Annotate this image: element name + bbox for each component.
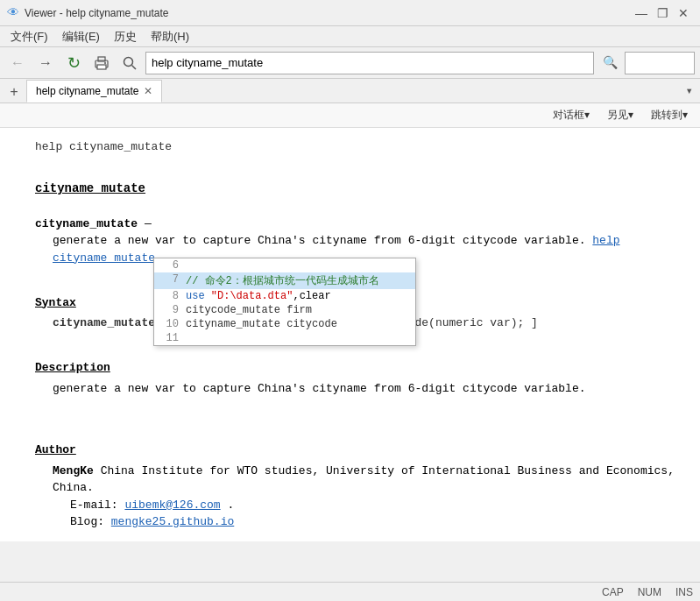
search-input[interactable]: [152, 56, 588, 69]
svg-rect-2: [97, 65, 106, 69]
menu-history[interactable]: 历史: [107, 27, 144, 46]
tab-arrow-button[interactable]: ▾: [682, 83, 696, 98]
line-num-11: 11: [158, 332, 179, 344]
popup-line-6: 6: [154, 258, 415, 272]
title-bar-left: 👁 Viewer - help cityname_mutate: [7, 6, 169, 20]
line-num-8: 8: [158, 290, 179, 302]
menu-file[interactable]: 文件(F): [4, 27, 55, 46]
desc-body: generate a new var to capture China's ci…: [53, 380, 682, 398]
forward-button[interactable]: →: [33, 51, 58, 75]
author-title: Author: [35, 442, 682, 459]
popup-line-11: 11: [154, 331, 415, 345]
help-command-line: help cityname_mutate: [35, 138, 682, 156]
add-tab-button[interactable]: +: [4, 83, 25, 103]
content-area: 对话框▾ 另见▾ 跳转到▾ help cityname_mutate cityn…: [0, 103, 700, 601]
popup-use-keyword: use: [186, 290, 211, 302]
status-cap: CAP: [602, 586, 624, 598]
svg-line-5: [132, 65, 137, 69]
tab-close-button[interactable]: ✕: [144, 85, 152, 97]
tab-bar: + help cityname_mutate ✕ ▾: [0, 79, 700, 103]
menu-edit[interactable]: 编辑(E): [55, 27, 107, 46]
dialog-button[interactable]: 对话框▾: [548, 106, 595, 124]
syntax-command: cityname_mutate: [53, 316, 155, 329]
svg-point-3: [104, 62, 106, 64]
description-section: Description generate a new var to captur…: [35, 359, 682, 397]
content-toolbar: 对话框▾ 另见▾ 跳转到▾: [0, 103, 700, 128]
popup-code-10: cityname_mutate citycode: [186, 318, 337, 330]
line-num-9: 9: [158, 304, 179, 316]
email-dot: .: [227, 498, 234, 512]
email-line: E-mail: uibemk@126.com .: [70, 497, 682, 514]
author-name: MengKe: [53, 464, 94, 477]
jump-button[interactable]: 跳转到▾: [646, 106, 693, 124]
close-button[interactable]: ✕: [674, 4, 693, 22]
search-icon-button[interactable]: [117, 51, 142, 75]
search-bar: [145, 52, 594, 74]
author-section: Author MengKe China Institute for WTO st…: [35, 442, 682, 531]
author-line: MengKe China Institute for WTO studies, …: [53, 463, 682, 497]
status-num: NUM: [638, 586, 661, 598]
search-extra-field[interactable]: [626, 56, 694, 69]
popup-code-7: // 命令2：根据城市统一代码生成城市名: [186, 273, 379, 288]
desc-title: Description: [35, 359, 682, 377]
popup-line-7: 7 // 命令2：根据城市统一代码生成城市名: [154, 272, 415, 289]
popup-line-10: 10 cityname_mutate citycode: [154, 317, 415, 331]
tab-label: help cityname_mutate: [36, 85, 138, 97]
tab-bar-right: ▾: [682, 78, 700, 103]
line-num-7: 7: [158, 273, 179, 286]
popup-file-path: "D:\data.dta": [211, 290, 293, 302]
email-label: E-mail:: [70, 498, 124, 512]
blog-label: Blog:: [70, 515, 111, 528]
status-bar: CAP NUM INS: [0, 582, 700, 601]
tab-help-cityname-mutate[interactable]: help cityname_mutate ✕: [26, 80, 162, 103]
app-window: 👁 Viewer - help cityname_mutate — ❐ ✕ 文件…: [0, 0, 700, 601]
toolbar: ← → ↻ 🔍: [0, 47, 700, 79]
autocomplete-popup: 6 7 // 命令2：根据城市统一代码生成城市名 8 use "D:\data.…: [153, 258, 416, 346]
search-extra-input: [625, 52, 695, 74]
window-title: Viewer - help cityname_mutate: [25, 7, 169, 19]
help-link[interactable]: help: [592, 234, 619, 247]
command-title: cityname_mutate: [35, 181, 145, 195]
scrollable-content: help cityname_mutate cityname_mutate cit…: [0, 128, 700, 601]
search-right: 🔍: [603, 55, 618, 70]
command-heading: cityname_mutate: [35, 180, 682, 198]
popup-clear: ,clear: [293, 290, 330, 302]
restore-button[interactable]: ❐: [653, 4, 672, 22]
window-controls: — ❐ ✕: [632, 4, 693, 22]
menu-bar: 文件(F) 编辑(E) 历史 帮助(H): [0, 26, 700, 47]
title-bar: 👁 Viewer - help cityname_mutate — ❐ ✕: [0, 0, 700, 26]
author-affiliation: China Institute for WTO studies, Univers…: [53, 464, 675, 495]
desc-text1: generate a new var to capture China's ci…: [53, 234, 586, 247]
line-num-10: 10: [158, 318, 179, 330]
print-button[interactable]: [89, 51, 114, 75]
back-button[interactable]: ←: [5, 51, 30, 75]
email-link[interactable]: uibemk@126.com: [124, 498, 220, 512]
app-icon: 👁: [7, 6, 19, 20]
command-description: cityname_mutate —: [35, 216, 682, 233]
desc-dash: —: [145, 216, 152, 233]
menu-help[interactable]: 帮助(H): [144, 27, 196, 46]
popup-code-9: citycode_mutate firm: [186, 304, 312, 316]
blog-link[interactable]: mengke25.github.io: [111, 515, 234, 528]
minimize-button[interactable]: —: [632, 4, 651, 22]
popup-line-9: 9 citycode_mutate firm: [154, 303, 415, 317]
status-ins: INS: [675, 586, 693, 598]
search-go-icon[interactable]: 🔍: [603, 55, 618, 70]
svg-point-4: [124, 57, 133, 66]
desc-command-name: cityname_mutate: [35, 216, 138, 233]
line-num-6: 6: [158, 259, 179, 272]
popup-line-8: 8 use "D:\data.dta",clear: [154, 289, 415, 303]
blog-line: Blog: mengke25.github.io: [70, 513, 682, 531]
desc-body-text: generate a new var to capture China's ci…: [53, 382, 586, 395]
refresh-button[interactable]: ↻: [61, 51, 86, 75]
help-link-full[interactable]: cityname_mutate: [53, 251, 155, 265]
help-command-text: help cityname_mutate: [35, 140, 172, 153]
view-button[interactable]: 另见▾: [602, 106, 639, 124]
